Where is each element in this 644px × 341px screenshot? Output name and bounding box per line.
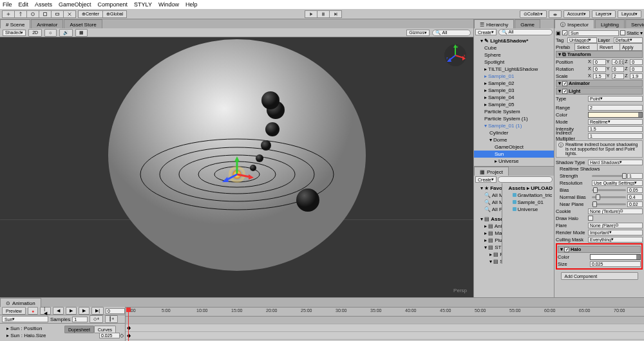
keyframe-icon[interactable]: ◆	[127, 325, 131, 331]
toggle-2d[interactable]: 2D	[28, 29, 42, 37]
tab-project[interactable]: ▦ Project	[474, 167, 509, 176]
scale-tool[interactable]	[39, 10, 52, 18]
anim-clip[interactable]: Sun ▾	[2, 316, 48, 322]
add-component-button[interactable]: Add Component	[561, 272, 638, 280]
node-sphere[interactable]: Sphere	[474, 51, 554, 59]
halo-color[interactable]	[590, 254, 641, 260]
near-plane-slider[interactable]: .slider[data-name="near-plane-slider"]::…	[592, 203, 626, 205]
transform-header[interactable]: ⧉ Transform	[556, 51, 643, 58]
scene-viewport[interactable]: y x z Persp	[0, 37, 473, 297]
menu-gameobject[interactable]: GameObject	[59, 1, 91, 8]
anim-prev[interactable]: ◀	[53, 307, 64, 315]
pivot-toggle[interactable]: ⊕ Center	[78, 10, 103, 18]
tab-asset-store[interactable]: Asset Store	[64, 19, 102, 28]
node-sun[interactable]: Sun	[474, 151, 554, 158]
file-grav[interactable]: Gravitation_tric	[502, 192, 554, 199]
breadcrumb[interactable]: Assets ▸ UPLOAD	[502, 185, 554, 192]
light-enabled[interactable]	[562, 89, 567, 94]
near-plane-val[interactable]: 0.02	[627, 201, 643, 207]
menu-file[interactable]: File	[3, 1, 12, 8]
shadow-field[interactable]: Hard Shadows ▾	[588, 160, 643, 165]
node-gameobject[interactable]: GameObject	[474, 143, 554, 151]
anim-first[interactable]: |◀	[40, 307, 51, 315]
rot-y[interactable]: 0	[612, 66, 625, 72]
animator-enabled[interactable]	[562, 81, 567, 86]
all-models[interactable]: 🔍 All Mod	[474, 199, 502, 206]
halo-size-field[interactable]: 0.025	[590, 261, 641, 267]
toggle-light-icon[interactable]: ☼	[44, 29, 56, 37]
pos-y[interactable]: -0.018	[612, 59, 625, 65]
project-create[interactable]: Create ▾	[475, 176, 497, 183]
dopesheet-tab[interactable]: Dopesheet	[64, 326, 94, 333]
rotate-tool[interactable]	[26, 10, 39, 18]
menu-assets[interactable]: Assets	[35, 1, 52, 8]
anim-last[interactable]: ▶|	[91, 307, 104, 315]
folder-resour[interactable]: ▤ Resour	[474, 251, 502, 258]
tab-animation[interactable]: ⊙ Animation	[0, 298, 41, 307]
layout-button[interactable]: Layout ▾	[618, 10, 641, 18]
halo-enabled[interactable]	[564, 247, 569, 252]
cookie-field[interactable]: None (Texture) ⊙	[588, 208, 643, 214]
layers-button[interactable]: Layers ▾	[592, 10, 616, 18]
node-sample01[interactable]: Sample_01	[474, 73, 554, 80]
mode-field[interactable]: Realtime ▾	[588, 119, 643, 125]
file-sample01[interactable]: Sample_01	[502, 199, 554, 206]
light-type[interactable]: Point ▾	[588, 96, 643, 102]
anim-next[interactable]: ▶	[79, 307, 90, 315]
hierarchy-search[interactable]: 🔍 All	[498, 29, 553, 35]
project-search[interactable]	[498, 176, 553, 183]
folder-plugins[interactable]: ▤ Plugins	[474, 237, 502, 244]
key-track-1[interactable]: ◆	[126, 324, 644, 332]
normal-bias-slider[interactable]: .slider[data-name="normal-bias-slider"]:…	[592, 196, 626, 198]
gizmos-dropdown[interactable]: Gizmos ▾	[406, 30, 430, 36]
rot-z[interactable]: 0	[630, 66, 643, 72]
intensity-field[interactable]: 1.5	[588, 126, 643, 132]
all-materials[interactable]: 🔍 All Mate	[474, 192, 502, 199]
light-header[interactable]: Light	[556, 88, 643, 95]
node-dome[interactable]: Dome	[474, 136, 554, 143]
normal-bias-val[interactable]: 0.4	[627, 194, 643, 200]
layer-field[interactable]: Default ▾	[614, 37, 643, 43]
orientation-gizmo[interactable]: y x z	[442, 42, 468, 68]
toggle-audio-icon[interactable]: 🔊	[59, 29, 73, 37]
anim-play[interactable]: ▶	[66, 307, 77, 315]
node-sample03[interactable]: Sample_03	[474, 87, 554, 94]
scene-root[interactable]: ✎ Light&Shadow*	[474, 37, 554, 44]
hand-tool[interactable]	[2, 10, 15, 18]
favorites[interactable]: ★ Favorites	[474, 185, 502, 192]
add-event-button[interactable]: ┃+	[105, 315, 118, 323]
folder-styly[interactable]: ▤ STYLY_P	[474, 244, 502, 251]
key-track-2[interactable]: ◆	[126, 332, 644, 340]
folder-material[interactable]: ▤ Material	[474, 230, 502, 237]
keyframe-icon[interactable]: ◆	[127, 333, 131, 338]
node-cube[interactable]: Cube	[474, 44, 554, 51]
node-sample01-1[interactable]: Sample_01 (1)	[474, 122, 554, 129]
all-prefabs[interactable]: 🔍 All Prefa	[474, 206, 502, 213]
move-tool[interactable]	[14, 10, 27, 18]
prefab-select[interactable]: Select	[574, 43, 598, 51]
menu-window[interactable]: Window	[158, 1, 179, 8]
event-track[interactable]	[126, 317, 644, 324]
rot-x[interactable]: 0	[593, 66, 606, 72]
account-button[interactable]: Account ▾	[564, 10, 590, 18]
tag-field[interactable]: Untagged ▾	[567, 37, 597, 43]
scl-y[interactable]: 2	[612, 73, 625, 79]
tab-services[interactable]: Services	[625, 19, 644, 28]
node-spotlight[interactable]: Spotlight	[474, 59, 554, 66]
strength-val[interactable]: 1	[627, 173, 643, 179]
node-sample05[interactable]: Sample_05	[474, 101, 554, 108]
node-particle[interactable]: Particle System	[474, 108, 554, 115]
node-cylinder[interactable]: Cylinder	[474, 129, 554, 136]
bias-slider[interactable]: .slider[data-name="bias-slider"]::after{…	[592, 189, 626, 191]
folder-sample[interactable]: ▤ Sample	[474, 258, 502, 264]
node-sample02[interactable]: Sample_02	[474, 80, 554, 87]
node-universe[interactable]: Universe	[474, 158, 554, 165]
menu-styly[interactable]: STYLY	[134, 1, 152, 8]
hierarchy-create[interactable]: Create ▾	[475, 29, 497, 35]
animator-header[interactable]: Animator	[556, 80, 643, 87]
anim-record[interactable]: ●	[28, 307, 38, 315]
collab-button[interactable]: ⊙ Collab ▾	[520, 10, 547, 18]
timeline-ruler[interactable]: 0:00 5:00 10:00 15:00 20:00 25:00 30:00 …	[126, 308, 644, 317]
toggle-fx-icon[interactable]: ▦	[75, 29, 88, 37]
shade-mode[interactable]: Shaded ▾	[3, 30, 26, 36]
